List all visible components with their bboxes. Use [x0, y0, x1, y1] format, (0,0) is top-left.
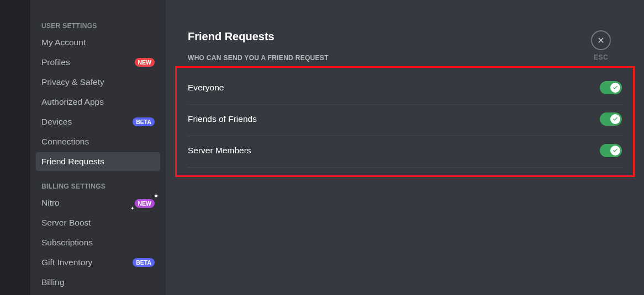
- sidebar-item-label: Server Boost: [41, 217, 91, 228]
- sidebar-separator: [41, 175, 155, 176]
- toggle-friends-of-friends[interactable]: [600, 112, 622, 126]
- sidebar-item-label: Connections: [41, 136, 89, 147]
- sidebar-item-my-account[interactable]: My Account: [36, 33, 160, 52]
- new-badge: NEW: [135, 58, 155, 67]
- sidebar-item-gift-inventory[interactable]: Gift Inventory BETA: [36, 253, 160, 272]
- sidebar-item-label: Authorized Apps: [41, 96, 104, 108]
- sidebar-item-billing[interactable]: Billing: [36, 273, 160, 292]
- close-icon: [597, 36, 605, 45]
- beta-badge: BETA: [133, 117, 155, 126]
- highlight-annotation: Everyone Friends of Friends Serv: [175, 66, 635, 177]
- section-header: WHO CAN SEND YOU A FRIEND REQUEST: [188, 54, 622, 62]
- toggle-label: Everyone: [188, 83, 224, 93]
- page-title: Friend Requests: [188, 30, 622, 43]
- toggle-row-everyone: Everyone: [188, 73, 622, 105]
- sidebar-item-privacy-safety[interactable]: Privacy & Safety: [36, 73, 160, 92]
- check-icon: [612, 116, 619, 122]
- sidebar-item-connections[interactable]: Connections: [36, 132, 160, 151]
- toggle-row-friends-of-friends: Friends of Friends: [188, 105, 622, 136]
- sidebar-item-label: Friend Requests: [41, 156, 104, 167]
- sparkle-icon: ✦: [130, 203, 135, 214]
- sidebar-item-friend-requests[interactable]: Friend Requests: [36, 152, 160, 171]
- close-button[interactable]: [591, 30, 611, 50]
- nitro-new-badge: NEW: [135, 199, 155, 208]
- check-icon: [612, 147, 619, 154]
- sidebar-item-label: Nitro: [41, 197, 60, 208]
- sidebar-item-devices[interactable]: Devices BETA: [36, 112, 160, 131]
- sidebar-item-label: Profiles: [41, 57, 70, 68]
- sidebar-item-subscriptions[interactable]: Subscriptions: [36, 233, 160, 252]
- sidebar-item-label: Privacy & Safety: [41, 77, 104, 88]
- beta-badge: BETA: [133, 258, 155, 267]
- left-gutter: [0, 0, 30, 295]
- content-area: ESC Friend Requests WHO CAN SEND YOU A F…: [166, 0, 644, 295]
- sidebar-item-label: My Account: [41, 37, 86, 48]
- sidebar-header-user: USER SETTINGS: [36, 22, 160, 33]
- sidebar-item-label: Devices: [41, 116, 72, 127]
- sidebar-item-authorized-apps[interactable]: Authorized Apps: [36, 93, 160, 111]
- sidebar-header-billing: BILLING SETTINGS: [36, 183, 160, 194]
- sidebar: USER SETTINGS My Account Profiles NEW Pr…: [30, 0, 166, 295]
- toggle-everyone[interactable]: [600, 81, 622, 94]
- toggle-label: Server Members: [188, 146, 251, 155]
- close-label: ESC: [594, 53, 608, 61]
- sidebar-item-label: Billing: [41, 277, 64, 288]
- toggle-row-server-members: Server Members: [188, 136, 622, 168]
- toggle-label: Friends of Friends: [188, 114, 257, 124]
- toggle-server-members[interactable]: [600, 144, 622, 157]
- sparkle-wrap: NEW ✦ ✦: [135, 197, 155, 208]
- sidebar-item-profiles[interactable]: Profiles NEW: [36, 53, 160, 72]
- sparkle-icon: ✦: [153, 191, 159, 202]
- toggle-knob: [610, 146, 620, 155]
- sidebar-item-nitro[interactable]: Nitro NEW ✦ ✦: [36, 194, 160, 212]
- toggle-knob: [610, 114, 620, 124]
- sidebar-item-label: Subscriptions: [41, 237, 93, 248]
- sidebar-item-server-boost[interactable]: Server Boost: [36, 213, 160, 232]
- sidebar-item-label: Gift Inventory: [41, 257, 92, 268]
- close-area: ESC: [591, 30, 611, 61]
- check-icon: [612, 84, 619, 91]
- toggle-knob: [610, 83, 620, 93]
